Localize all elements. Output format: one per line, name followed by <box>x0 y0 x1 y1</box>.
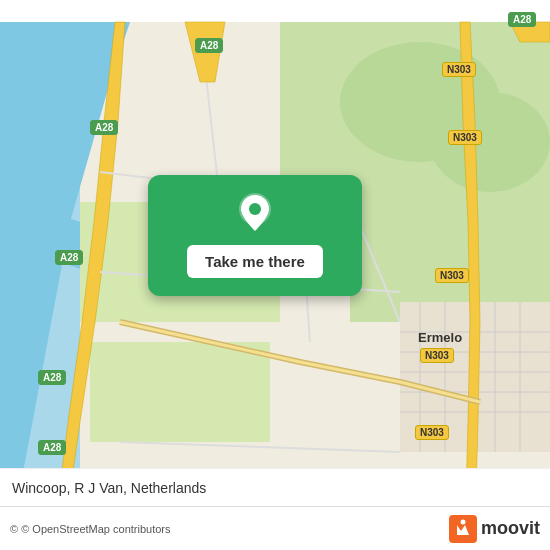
svg-point-26 <box>249 203 261 215</box>
road-label-n303-bottom: N303 <box>415 425 449 440</box>
svg-rect-3 <box>350 172 550 322</box>
svg-point-28 <box>460 519 465 524</box>
moovit-logo: moovit <box>449 515 540 543</box>
bottom-bar: © © OpenStreetMap contributors moovit <box>0 506 550 550</box>
copyright-symbol: © <box>10 523 18 535</box>
map-container: A28 A28 A28 A28 A28 A28 N303 N303 N303 N… <box>0 0 550 550</box>
city-label-ermelo: Ermelo <box>418 330 462 345</box>
road-label-n303-mid: N303 <box>435 268 469 283</box>
moovit-brand-icon <box>449 515 477 543</box>
location-pin-icon <box>233 191 277 235</box>
take-me-there-card: Take me there <box>148 175 362 296</box>
attribution-label: © OpenStreetMap contributors <box>21 523 170 535</box>
take-me-there-button[interactable]: Take me there <box>187 245 323 278</box>
road-label-n303-upper: N303 <box>448 130 482 145</box>
road-label-a28-lower: A28 <box>38 370 66 385</box>
road-label-a28-upper: A28 <box>90 120 118 135</box>
road-label-a28-mid: A28 <box>55 250 83 265</box>
road-label-a28-topright: A28 <box>508 12 536 27</box>
attribution-text: © © OpenStreetMap contributors <box>10 523 171 535</box>
svg-rect-7 <box>90 342 270 442</box>
location-name: Wincoop, R J Van, Netherlands <box>12 480 206 496</box>
location-bar: Wincoop, R J Van, Netherlands <box>0 468 550 506</box>
road-label-a28-bottom: A28 <box>38 440 66 455</box>
road-label-n303-lower: N303 <box>420 348 454 363</box>
moovit-logo-text: moovit <box>481 518 540 539</box>
road-label-n303-top: N303 <box>442 62 476 77</box>
road-label-a28-top: A28 <box>195 38 223 53</box>
